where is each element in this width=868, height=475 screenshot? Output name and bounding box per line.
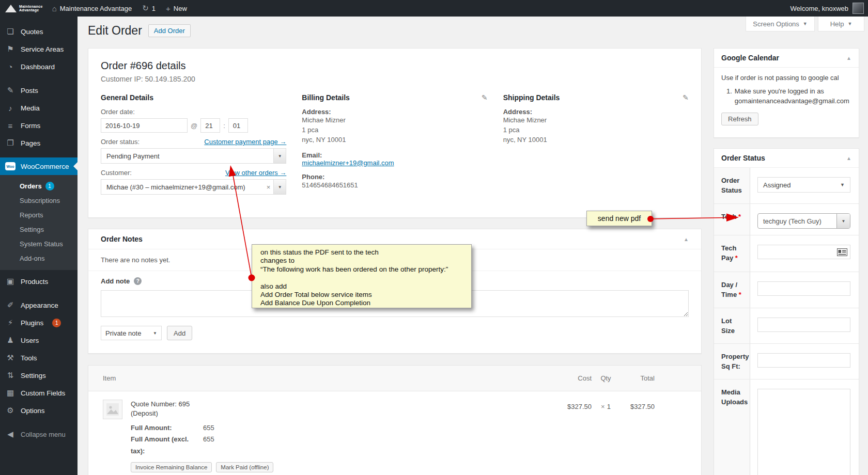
lot-size-field-label: Lot Size [714,308,750,343]
collapse-menu-button[interactable]: ◀ Collapse menu [0,425,78,443]
submenu-item-system-status[interactable]: System Status [0,236,78,251]
sidebar-item-tools[interactable]: ⚒ Tools [0,349,78,367]
sidebar-item-custom-fields[interactable]: ▦ Custom Fields [0,384,78,402]
item-thumbnail[interactable] [103,400,122,419]
admin-bar: MaintenanceAdvantage ⌂ Maintenance Advan… [0,0,868,17]
submenu-label: Subscriptions [20,197,60,204]
welcome-text[interactable]: Welcome, knoxweb [791,5,848,12]
sidebar-item-settings[interactable]: ⇅ Settings [0,367,78,384]
chevron-down-icon: ▼ [803,21,808,26]
sidebar-item-posts[interactable]: ✎ Posts [0,82,78,99]
collapse-panel-icon[interactable]: ▲ [846,155,851,161]
order-date-input[interactable] [101,118,188,133]
multiply-icon: × [601,403,605,410]
add-note-label: Add note [101,277,130,285]
sidebar-label: Media [21,104,40,112]
admin-bar-updates[interactable]: ↻ 1 [137,0,161,17]
add-order-button[interactable]: Add Order [148,24,191,37]
sidebar-label: Options [21,407,45,415]
note-type-select[interactable]: Private note ▼ [101,326,162,340]
item-qty: 1 [607,403,611,410]
clear-selection-icon[interactable]: × [264,180,274,194]
lot-size-input[interactable] [757,318,850,332]
item-name: Quote Number: 695 [131,400,530,409]
mark-paid-offline-button[interactable]: Mark Paid (offline) [216,462,273,472]
help-tab[interactable]: Help ▼ [818,17,864,31]
general-details-heading: General Details [101,93,153,102]
customer-payment-page-link[interactable]: Customer payment page → [204,138,286,146]
customer-value: Michae (#30 – michaelmizner+19@gmail.com… [101,180,264,194]
edit-billing-icon[interactable]: ✎ [482,93,488,102]
collapse-panel-icon[interactable]: ▲ [684,236,689,242]
products-icon: ▣ [5,277,16,286]
invoice-remaining-balance-button[interactable]: Invoice Remaining Balance [131,462,212,472]
sidebar-item-products[interactable]: ▣ Products [0,273,78,290]
collapse-panel-icon[interactable]: ▲ [846,55,851,61]
shipping-details-column: Shipping Details ✎ Address: Michae Mizne… [503,93,689,195]
items-table-header: Item Cost Qty Total [88,366,701,391]
screen-options-tab[interactable]: Screen Options ▼ [746,17,815,31]
add-note-button[interactable]: Add [167,326,192,340]
required-marker: * [739,291,741,298]
admin-sidebar: ❏ Quotes ⚑ Service Areas ◔ Dashboard ✎ P… [0,17,78,475]
sidebar-item-users[interactable]: ♟ Users [0,331,78,349]
order-minute-input[interactable] [228,118,248,133]
sidebar-item-pages[interactable]: ❐ Pages [0,134,78,152]
sidebar-item-options[interactable]: ⚙ Options [0,402,78,419]
sidebar-item-woocommerce[interactable]: Woo WooCommerce [0,157,78,175]
order-hour-input[interactable] [200,118,220,133]
sidebar-item-plugins[interactable]: ⚡ Plugins 1 [0,314,78,331]
sidebar-item-service-areas[interactable]: ⚑ Service Areas [0,40,78,58]
billing-email-link[interactable]: michaelmizner+19@gmail.com [302,159,394,167]
site-logo[interactable]: MaintenanceAdvantage [0,5,47,12]
annotation-line: on this status the PDF sent to the tech [260,248,465,257]
sidebar-item-media[interactable]: ♪ Media [0,99,78,117]
annotation-line: Add Order Total below service items [260,291,465,299]
contact-card-icon[interactable] [837,248,847,258]
dropdown-arrow-icon[interactable]: ▼ [273,149,286,163]
submenu-item-add-ons[interactable]: Add-ons [0,251,78,265]
order-status-label: Order status: [101,138,140,146]
sidebar-item-forms[interactable]: ≡ Forms [0,117,78,134]
tools-icon: ⚒ [5,353,16,362]
billing-address-line: nyc, NY 10001 [302,135,487,145]
dropdown-arrow-icon[interactable]: ▼ [273,180,286,194]
dropdown-arrow-icon[interactable]: ▼ [836,214,850,228]
sidebar-item-appearance[interactable]: ✐ Appearance [0,296,78,314]
tech-pay-input[interactable] [757,245,850,259]
sidebar-item-quotes[interactable]: ❏ Quotes [0,23,78,40]
sidebar-label: Service Areas [21,45,64,53]
help-icon[interactable]: ? [134,277,142,285]
order-date-label: Order date: [101,108,286,116]
tech-select[interactable]: techguy (Tech Guy) ▼ [757,213,850,229]
submenu-item-subscriptions[interactable]: Subscriptions [0,193,78,208]
submenu-item-orders[interactable]: Orders 1 [0,179,78,193]
order-items-panel: Item Cost Qty Total Quote Number: 695 (D… [88,365,702,475]
property-sqft-input[interactable] [757,353,850,368]
plugins-icon: ⚡ [5,318,16,327]
required-marker: * [735,254,738,262]
view-other-orders-link[interactable]: View other orders → [225,169,286,177]
submenu-item-reports[interactable]: Reports [0,208,78,222]
sidebar-item-dashboard[interactable]: ◔ Dashboard [0,58,78,75]
refresh-button[interactable]: Refresh [721,113,758,125]
image-placeholder-icon [106,403,119,416]
order-status-field-select[interactable]: Assigned ▼ [757,177,850,193]
edit-shipping-icon[interactable]: ✎ [683,93,689,102]
order-status-select[interactable]: Pending Payment ▼ [101,148,286,164]
day-time-input[interactable] [757,281,850,296]
gcal-instruction: Use if order is not passing to google ca… [721,74,851,82]
annotation-line [260,274,465,282]
avatar[interactable] [853,3,864,14]
update-icon: ↻ [142,4,149,13]
admin-bar-new[interactable]: + New [161,0,192,17]
submenu-item-settings[interactable]: Settings [0,222,78,236]
admin-bar-site-name[interactable]: ⌂ Maintenance Advantage [47,0,137,17]
media-uploads-textarea[interactable] [757,389,850,475]
plus-icon: + [166,4,171,13]
annotation-note-send-pdf: send new pdf [586,211,652,226]
logo-line1: Maintenance [19,5,43,8]
billing-details-column: Billing Details ✎ Address: Michae Mizner… [302,93,487,195]
shipping-address-label: Address: [503,108,689,116]
customer-select[interactable]: Michae (#30 – michaelmizner+19@gmail.com… [101,179,286,195]
